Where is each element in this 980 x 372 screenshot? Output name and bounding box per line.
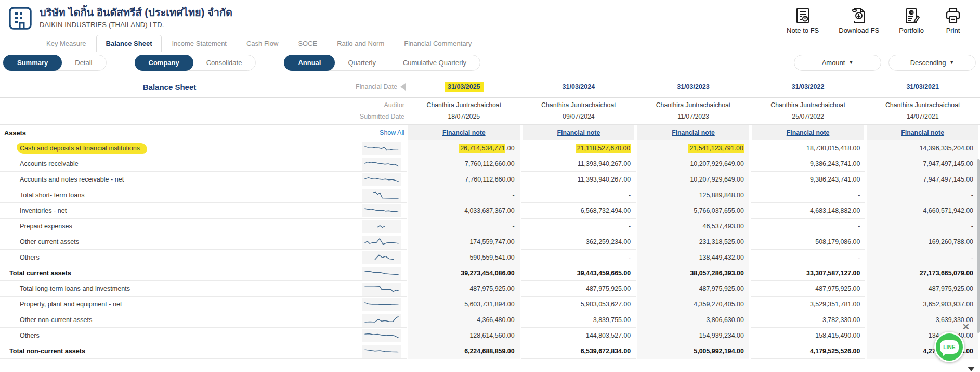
financial-note-cell: Financial note [751, 125, 866, 140]
sparkline-chart [362, 236, 401, 249]
value-cell: 7,947,497,145.00 [865, 172, 980, 187]
value-cell: 10,207,929,649.00 [636, 156, 751, 172]
tab-soce[interactable]: SOCE [288, 35, 327, 52]
sparkline-cell [339, 142, 407, 155]
filter-bar: SummaryDetailCompanyConsolidateAnnualQua… [0, 52, 980, 73]
sparkline-cell [339, 220, 407, 233]
value-cell: 7,760,112,660.00 [407, 156, 521, 172]
value-cell: 144,803,527.00 [521, 328, 636, 343]
value-cell: 39,443,459,665.00 [521, 265, 636, 281]
tab-balance-sheet[interactable]: Balance Sheet [96, 35, 162, 52]
table-header-row: Balance Sheet Financial Date 31/03/20253… [0, 76, 980, 98]
tab-financial-commentary[interactable]: Financial Commentary [394, 35, 481, 52]
filter-summary[interactable]: Summary [3, 55, 62, 71]
financial-note-link[interactable]: Financial note [901, 129, 944, 136]
column-date-31-03-2023[interactable]: 31/03/2023 [636, 83, 751, 91]
value-cell: 3,652,903,937.00 [865, 297, 980, 312]
value-cell: 3,806,630.00 [636, 312, 751, 328]
filter-cumulative-quarterly[interactable]: Cumulative Quarterly [389, 55, 480, 70]
financial-note-link[interactable]: Financial note [557, 129, 600, 136]
line-icon-label: LINE [943, 344, 956, 350]
row-label: Total short- term loans [0, 191, 339, 199]
table-row-other-non-current-assets: Other non-current assets4,366,480.003,83… [0, 312, 980, 328]
value-cell: 169,260,788.00 [865, 234, 980, 250]
submitted-date: 25/07/2022 [751, 111, 866, 123]
table-row-inventories-net: Inventories - net4,033,687,367.006,568,7… [0, 203, 980, 219]
value-cell: 7,947,497,145.00 [865, 156, 980, 172]
value-cell: 27,173,665,079.00 [865, 265, 980, 281]
sparkline-chart [362, 142, 401, 155]
value-cell: 9,386,243,741.00 [751, 156, 866, 172]
auditor-cell: Chanthira Juntrachaichoat14/07/2021 [865, 100, 980, 122]
auditor-meta-labels: Auditor Submitted Date [339, 100, 407, 122]
filter-group: SummaryDetail [3, 55, 107, 71]
row-label: Total long-term loans and investments [0, 285, 339, 292]
value-cell: 6,539,672,834.00 [521, 343, 636, 359]
column-date-31-03-2025[interactable]: 31/03/2025 [407, 83, 521, 91]
action-download-fs[interactable]: Download FS [839, 6, 879, 34]
filter-detail[interactable]: Detail [61, 55, 106, 70]
download-fs-icon [850, 6, 868, 25]
date-label: 31/03/2025 [445, 82, 484, 92]
submitted-date: 11/07/2023 [636, 111, 751, 123]
sparkline-cell [339, 298, 407, 311]
value-cell: 21,541,123,791.00 [636, 140, 751, 156]
sparkline-chart [362, 314, 401, 327]
filter-consolidate[interactable]: Consolidate [193, 55, 256, 70]
tab-ratio-and-norm[interactable]: Ratio and Norm [327, 35, 394, 52]
financial-note-cell: Financial note [521, 125, 636, 140]
row-label: Other current assets [0, 238, 339, 246]
action-print[interactable]: Print [944, 6, 962, 34]
value-cell: 5,603,731,894.00 [407, 297, 521, 312]
sparkline-cell [339, 283, 407, 296]
value-cell: 4,660,571,942.00 [865, 203, 980, 219]
line-chat-button[interactable]: LINE [934, 332, 964, 362]
value-cell: 5,005,992,194.00 [636, 343, 751, 359]
sparkline-chart [362, 283, 401, 296]
filter-quarterly[interactable]: Quarterly [334, 55, 389, 70]
value-cell: 138,449,432.00 [636, 250, 751, 265]
tab-income-statement[interactable]: Income Statement [162, 35, 237, 52]
financial-note-link[interactable]: Financial note [442, 129, 486, 136]
column-date-31-03-2022[interactable]: 31/03/2022 [751, 83, 866, 91]
value-cell: 487,975,925.00 [865, 281, 980, 297]
assets-section-row: Assets Show All Financial noteFinancial … [0, 125, 980, 140]
row-label: Others [0, 332, 339, 339]
financial-note-link[interactable]: Financial note [672, 129, 715, 136]
filter-group: AnnualQuarterlyCumulative Quarterly [284, 55, 480, 71]
value-cell: 14,396,335,204.00 [865, 140, 980, 156]
sparkline-chart [362, 345, 401, 358]
sparkline-cell [339, 173, 407, 186]
tab-key-measure[interactable]: Key Measure [36, 35, 96, 52]
column-date-31-03-2021[interactable]: 31/03/2021 [865, 83, 980, 91]
row-label-text: Others [20, 332, 40, 339]
filter-annual[interactable]: Annual [284, 55, 335, 71]
submitted-date: 14/07/2021 [865, 111, 980, 123]
show-all-link[interactable]: Show All [339, 129, 407, 136]
tab-cash-flow[interactable]: Cash Flow [237, 35, 288, 52]
action-portfolio[interactable]: Portfolio [899, 6, 924, 34]
previous-dates-arrow-icon[interactable] [400, 83, 406, 91]
column-date-31-03-2024[interactable]: 31/03/2024 [521, 83, 636, 91]
auditor-cell: Chanthira Juntrachaichoat18/07/2025 [407, 100, 521, 122]
note-to-fs-icon [793, 6, 812, 25]
value-cell: 3,782,330.00 [751, 312, 866, 328]
auditor-row: Auditor Submitted Date Chanthira Juntrac… [0, 98, 980, 125]
sort-dropdown-label: Descending [910, 59, 946, 67]
row-label: Accounts and notes receivable - net [0, 176, 339, 183]
close-icon[interactable]: ✕ [962, 322, 970, 332]
date-label: 31/03/2023 [677, 83, 710, 91]
filter-group: CompanyConsolidate [135, 55, 256, 71]
table-rows: Cash and deposits at financial instituti… [0, 140, 980, 359]
vertical-scrollbar[interactable] [977, 159, 980, 333]
sort-dropdown[interactable]: Descending ▼ [888, 55, 976, 71]
amount-dropdown[interactable]: Amount ▼ [794, 55, 881, 71]
filter-company[interactable]: Company [135, 55, 193, 71]
table-row-others: Others128,614,560.00144,803,527.00154,93… [0, 328, 980, 343]
scroll-down-icon[interactable] [968, 367, 975, 371]
table-row-accounts-and-notes-receivable-net: Accounts and notes receivable - net7,760… [0, 172, 980, 187]
financial-note-link[interactable]: Financial note [787, 129, 830, 136]
row-label-text: Accounts receivable [20, 160, 79, 168]
action-note-to-fs[interactable]: Note to FS [787, 6, 819, 34]
row-label: Other non-current assets [0, 316, 339, 324]
